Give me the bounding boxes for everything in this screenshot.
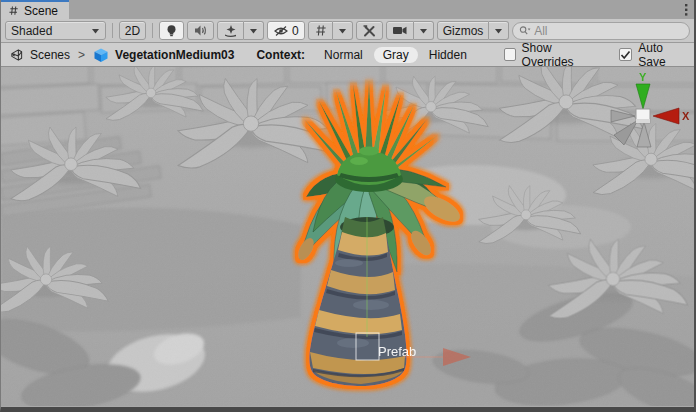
search-input[interactable] bbox=[534, 24, 683, 38]
toolbar-separator bbox=[152, 23, 153, 38]
draw-mode-dropdown[interactable]: Shaded bbox=[5, 21, 106, 40]
prefab-cube-icon bbox=[93, 47, 109, 63]
tools-icon bbox=[362, 24, 377, 38]
grid-visibility-toggle[interactable] bbox=[308, 21, 333, 40]
scene-asset-icon[interactable] bbox=[9, 48, 24, 62]
chevron-down-icon bbox=[338, 28, 347, 34]
context-option-normal[interactable]: Normal bbox=[315, 47, 372, 63]
prefab-badge: Prefab bbox=[378, 344, 416, 359]
gizmos-dropdown[interactable]: Gizmos bbox=[437, 21, 490, 40]
camera-dropdown[interactable] bbox=[414, 21, 434, 40]
tab-label: Scene bbox=[24, 4, 58, 18]
toolbar-separator bbox=[112, 23, 113, 38]
lightbulb-icon bbox=[165, 24, 178, 38]
context-label: Context: bbox=[256, 48, 305, 62]
show-overrides-checkbox[interactable]: Show Overrides bbox=[504, 41, 598, 69]
tab-scene[interactable]: Scene bbox=[1, 0, 69, 19]
chevron-down-icon bbox=[249, 28, 258, 34]
2d-toggle[interactable]: 2D bbox=[119, 21, 146, 40]
kebab-icon bbox=[684, 3, 688, 17]
y-axis-label: Y bbox=[639, 71, 647, 83]
gizmos-chevron[interactable] bbox=[489, 21, 509, 40]
breadcrumb-scenes[interactable]: Scenes bbox=[30, 48, 70, 62]
checkbox-unchecked[interactable] bbox=[504, 48, 516, 61]
overflow-menu-button[interactable] bbox=[678, 0, 694, 19]
auto-save-checkbox[interactable]: Auto Save bbox=[619, 41, 686, 69]
context-option-gray[interactable]: Gray bbox=[374, 47, 418, 63]
checkbox-checked[interactable] bbox=[619, 48, 632, 61]
audio-toggle[interactable] bbox=[187, 21, 214, 40]
camera-button[interactable] bbox=[386, 21, 414, 40]
show-overrides-label: Show Overrides bbox=[522, 41, 598, 69]
scene-render: Prefab Y X bbox=[1, 67, 694, 406]
effects-toggle[interactable] bbox=[217, 21, 244, 40]
search-field[interactable] bbox=[512, 22, 690, 40]
hidden-count: 0 bbox=[292, 24, 299, 38]
prefab-context-bar: Scenes > VegetationMedium03 Context: Nor… bbox=[1, 43, 694, 67]
effects-icon bbox=[223, 24, 238, 38]
effects-dropdown[interactable] bbox=[244, 21, 264, 40]
grid-dropdown[interactable] bbox=[333, 21, 353, 40]
x-axis-label: X bbox=[682, 110, 690, 122]
checkmark-icon bbox=[620, 50, 631, 60]
grid-icon bbox=[314, 24, 327, 37]
gizmos-label: Gizmos bbox=[443, 24, 484, 38]
camera-icon bbox=[392, 25, 408, 36]
gizmo-cube-shade bbox=[636, 119, 650, 123]
context-option-hidden[interactable]: Hidden bbox=[420, 47, 476, 63]
tools-button[interactable] bbox=[356, 21, 383, 40]
breadcrumb: Scenes > VegetationMedium03 bbox=[9, 47, 234, 63]
chevron-down-icon bbox=[419, 28, 428, 34]
2d-label: 2D bbox=[125, 24, 140, 38]
eye-slash-icon bbox=[273, 25, 289, 37]
search-icon bbox=[519, 25, 531, 36]
breadcrumb-separator: > bbox=[78, 48, 85, 62]
scene-view-window: Scene Shaded 2D bbox=[0, 0, 696, 412]
scene-toolbar: Shaded 2D bbox=[1, 19, 694, 43]
hidden-objects-toggle[interactable]: 0 bbox=[267, 21, 305, 40]
scene-viewport[interactable]: Prefab Y X bbox=[1, 67, 694, 407]
draw-mode-label: Shaded bbox=[11, 24, 52, 38]
chevron-down-icon bbox=[91, 28, 100, 34]
prefab-name: VegetationMedium03 bbox=[115, 48, 234, 62]
scene-grid-icon bbox=[8, 5, 19, 16]
chevron-down-icon bbox=[494, 28, 503, 34]
scene-lighting-toggle[interactable] bbox=[159, 21, 184, 40]
speaker-icon bbox=[193, 24, 208, 37]
tab-bar: Scene bbox=[1, 0, 694, 19]
auto-save-label: Auto Save bbox=[638, 41, 686, 69]
